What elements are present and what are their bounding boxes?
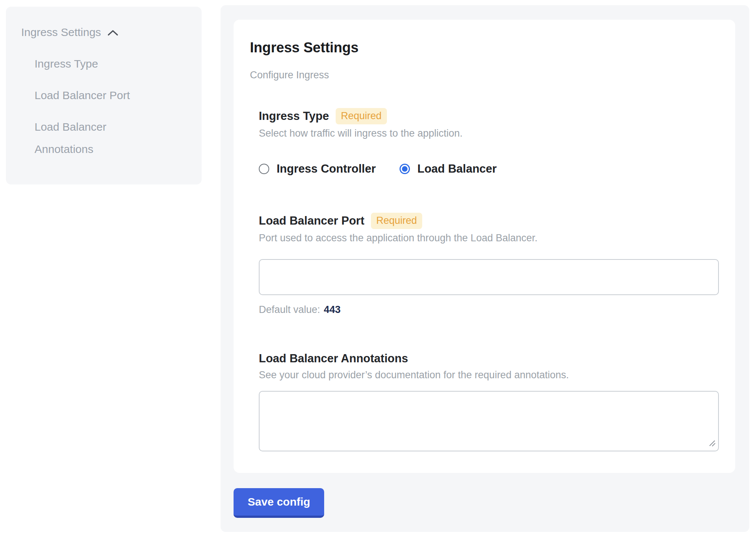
main-panel: Ingress Settings Configure Ingress Ingre… xyxy=(221,5,749,532)
load-balancer-port-input[interactable] xyxy=(259,259,719,295)
sidebar-item-load-balancer-annotations[interactable]: Load Balancer Annotations xyxy=(35,116,161,160)
fields-container: Ingress Type Required Select how traffic… xyxy=(259,108,719,451)
load-balancer-port-label: Load Balancer Port xyxy=(259,213,364,228)
default-value-line: Default value: 443 xyxy=(259,303,719,316)
field-load-balancer-annotations: Load Balancer Annotations See your cloud… xyxy=(259,351,719,451)
field-load-balancer-port: Load Balancer Port Required Port used to… xyxy=(259,213,719,316)
required-badge: Required xyxy=(371,213,422,229)
radio-label-ingress-controller: Ingress Controller xyxy=(277,162,376,176)
load-balancer-port-description: Port used to access the application thro… xyxy=(259,232,719,244)
radio-option-load-balancer[interactable]: Load Balancer xyxy=(400,162,497,176)
load-balancer-annotations-textarea[interactable] xyxy=(259,391,719,451)
page-title: Ingress Settings xyxy=(250,39,719,56)
ingress-type-radio-group: Ingress Controller Load Balancer xyxy=(259,162,719,176)
load-balancer-annotations-label-row: Load Balancer Annotations xyxy=(259,351,719,366)
sidebar-group-label: Ingress Settings xyxy=(21,25,101,39)
ingress-type-label-row: Ingress Type Required xyxy=(259,108,719,124)
field-ingress-type: Ingress Type Required Select how traffic… xyxy=(259,108,719,176)
load-balancer-port-label-row: Load Balancer Port Required xyxy=(259,213,719,229)
radio-ingress-controller[interactable] xyxy=(259,164,269,174)
required-badge: Required xyxy=(336,108,387,124)
ingress-type-label: Ingress Type xyxy=(259,109,329,124)
default-value-number: 443 xyxy=(324,303,340,316)
save-config-button[interactable]: Save config xyxy=(234,488,324,518)
ingress-type-description: Select how traffic will ingress to the a… xyxy=(259,127,719,140)
page-subtitle: Configure Ingress xyxy=(250,69,719,81)
annotations-textarea-wrap xyxy=(259,391,719,451)
radio-load-balancer[interactable] xyxy=(400,164,410,174)
default-value-label: Default value: xyxy=(259,303,320,316)
sidebar-anchor-list: Ingress Type Load Balancer Port Load Bal… xyxy=(35,53,187,160)
radio-option-ingress-controller[interactable]: Ingress Controller xyxy=(259,162,376,176)
ingress-settings-card: Ingress Settings Configure Ingress Ingre… xyxy=(234,20,735,473)
sidebar-item-load-balancer-port[interactable]: Load Balancer Port xyxy=(35,84,161,107)
sidebar-group-ingress-settings[interactable]: Ingress Settings xyxy=(21,25,187,39)
sidebar-item-ingress-type[interactable]: Ingress Type xyxy=(35,53,161,75)
radio-label-load-balancer: Load Balancer xyxy=(417,162,497,176)
load-balancer-annotations-description: See your cloud provider’s documentation … xyxy=(259,369,719,381)
chevron-up-icon xyxy=(107,29,118,37)
settings-sidebar: Ingress Settings Ingress Type Load Balan… xyxy=(6,7,202,184)
load-balancer-annotations-label: Load Balancer Annotations xyxy=(259,351,408,366)
